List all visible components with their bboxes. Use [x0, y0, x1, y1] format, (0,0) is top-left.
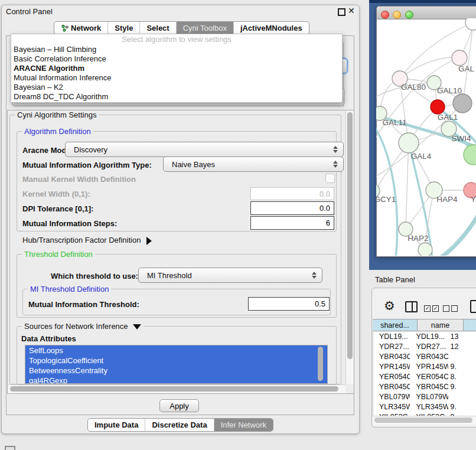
column-header-name[interactable]: name — [418, 319, 464, 331]
float-window-icon[interactable] — [338, 8, 345, 16]
tab-discretize-data[interactable]: Discretize Data — [145, 419, 213, 431]
tab-label: Network — [71, 24, 101, 32]
close-icon[interactable]: ✕ — [348, 6, 355, 15]
mi-threshold-field[interactable] — [248, 297, 330, 311]
settings-hscroll-thumb[interactable] — [10, 386, 338, 392]
table-cell: YPR145W — [373, 362, 410, 372]
partial-toolbar-icon[interactable] — [470, 300, 476, 313]
mi-steps-field[interactable] — [250, 216, 334, 230]
network-node-gal4[interactable] — [399, 133, 419, 153]
network-edge[interactable] — [430, 215, 476, 256]
kernel-width-field[interactable] — [250, 187, 334, 200]
network-svg[interactable]: GALGAL80GAL10GAL1GAL11SWI4GAL4GCY1HAP4YH… — [376, 18, 476, 256]
mi-threshold-definition-title: MI Threshold Definition — [28, 285, 111, 294]
node-label-swi4: SWI4 — [451, 134, 471, 143]
attribute-item-gal4rgexp[interactable]: gal4RGexp — [25, 376, 327, 384]
attribute-item-selfloops[interactable]: SelfLoops — [25, 345, 327, 356]
table-settings-gear-icon[interactable]: ⚙ — [384, 299, 395, 312]
network-node-gray-node[interactable] — [453, 94, 472, 113]
list-vscroll-thumb[interactable] — [318, 347, 323, 381]
algorithm-option-mutual-information-inference[interactable]: Mutual Information Inference — [11, 73, 342, 83]
which-threshold-label: Which threshold to use: — [51, 272, 138, 281]
table-row[interactable]: YBL079WYBL079W — [373, 392, 476, 402]
attribute-item-betweennesscentrality[interactable]: BetweennessCentrality — [25, 366, 327, 376]
algorithm-option-bayesian-hill-climbing[interactable]: Bayesian – Hill Climbing — [11, 45, 342, 54]
table-row[interactable]: YBR043CYBR043C — [373, 352, 476, 362]
table-row[interactable]: YDR27...YDR27...12 — [373, 342, 476, 352]
table-row[interactable]: YLR345WYLR345W9. — [373, 402, 476, 412]
algorithm-option-aracne-algorithm[interactable]: ARACNE Algorithm — [11, 64, 342, 73]
node-label-gcy1: GCY1 — [376, 195, 396, 204]
hub-tf-definition-toggle[interactable]: Hub/Transcription Factor Definition — [22, 236, 152, 245]
column-header-shared[interactable]: shared... — [373, 319, 418, 331]
table-cell: 9. — [448, 362, 476, 372]
dpi-tolerance-field[interactable] — [250, 201, 334, 215]
algorithm-option-basic-correlation-inference[interactable]: Basic Correlation Inference — [11, 54, 342, 64]
algorithm-definition-title: Algorithm Definition — [22, 127, 93, 136]
network-window-titlebar[interactable] — [377, 6, 476, 19]
table-row[interactable]: YPR145WYPR145W9. — [373, 362, 476, 372]
table-cell: YDL19... — [373, 332, 410, 342]
zoom-traffic-light-icon[interactable] — [405, 11, 413, 19]
settings-vertical-scrollbar[interactable] — [345, 110, 354, 384]
table-header-row: shared...name — [373, 319, 476, 332]
tab-infer-network[interactable]: Infer Network — [214, 419, 273, 431]
table-row[interactable]: YDL19...YDL19...13 — [373, 332, 476, 342]
settings-horizontal-scrollbar[interactable] — [8, 384, 345, 393]
tab-jactivemnodules[interactable]: jActiveMNodules — [233, 22, 309, 34]
minimize-traffic-light-icon[interactable] — [393, 11, 401, 19]
algorithm-dropdown-list: Bayesian – Hill ClimbingBasic Correlatio… — [11, 45, 342, 102]
manual-kernel-label: Manual Kernel Width Definition — [22, 175, 136, 184]
mi-type-combo[interactable]: Naive Bayes — [163, 156, 344, 172]
column-header-2[interactable] — [464, 319, 476, 331]
table-cell: YBL079W — [410, 392, 448, 402]
data-attributes-label: Data Attributes — [21, 334, 76, 343]
table-horizontal-scrollbar[interactable] — [373, 416, 476, 425]
algorithm-option-dream8-dc-tdc-algorithm[interactable]: Dream8 DC_TDC Algorithm — [11, 92, 342, 102]
deselect-all-checkboxes-icon[interactable] — [443, 303, 458, 314]
algorithm-dropdown: Select algorithm to view settings Bayesi… — [11, 34, 343, 103]
algorithm-option-bayesian-k2[interactable]: Bayesian – K2 — [11, 83, 342, 92]
table-hscroll-thumb[interactable] — [374, 418, 472, 423]
table-cell: 9. — [448, 382, 476, 392]
attribute-item-topologicalcoefficient[interactable]: TopologicalCoefficient — [25, 356, 327, 366]
table-cell: YLR345W — [373, 402, 410, 412]
network-node-bottom-green[interactable] — [418, 243, 432, 256]
table-cell: YBL079W — [373, 392, 410, 402]
network-node-green-big[interactable] — [464, 145, 476, 165]
tab-cyni-toolbox[interactable]: Cyni Toolbox — [176, 22, 233, 34]
combo-stepper-icon — [333, 146, 338, 153]
dock-window-icon[interactable] — [5, 446, 15, 450]
network-node-gal-cut[interactable] — [452, 50, 467, 66]
select-all-checkboxes-icon[interactable]: ✓✓ — [424, 303, 439, 314]
data-attributes-list[interactable]: SelfLoopsTopologicalCoefficientBetweenne… — [25, 345, 328, 384]
tab-style[interactable]: Style — [107, 22, 139, 34]
table-row[interactable]: YER054CYER054C8. — [373, 372, 476, 382]
kernel-width-label: Kernel Width (0,1): — [22, 190, 90, 198]
table-cell: YER054C — [410, 372, 448, 382]
aracne-mode-combo[interactable]: Discovery — [65, 142, 344, 157]
tab-impute-data[interactable]: Impute Data — [88, 419, 145, 431]
bottom-tabbar: Impute DataDiscretize DataInfer Network — [87, 418, 273, 432]
node-label-salmon: Y — [471, 195, 476, 204]
table-cell: YBR045C — [373, 382, 410, 392]
tab-select[interactable]: Select — [139, 22, 175, 34]
network-node-top-partial[interactable] — [465, 18, 476, 30]
list-vertical-scrollbar[interactable] — [317, 346, 324, 381]
node-label-gal-cut: GAL — [458, 64, 475, 73]
manual-kernel-checkbox[interactable] — [325, 174, 335, 183]
collapsed-arrow-icon — [146, 237, 152, 245]
threshold-definition-title: Threshold Definition — [22, 250, 95, 259]
table-row[interactable]: YBR045CYBR045C9. — [373, 382, 476, 392]
apply-button[interactable]: Apply — [159, 399, 199, 412]
node-label-hap4: HAP4 — [436, 195, 458, 204]
sources-group-title[interactable]: Sources for Network Inference — [22, 322, 144, 331]
table-cell: YER054C — [373, 372, 410, 382]
settings-vscroll-thumb[interactable] — [347, 112, 353, 359]
which-threshold-combo[interactable]: MI Threshold — [138, 268, 322, 283]
column-layout-icon[interactable] — [405, 301, 418, 312]
close-traffic-light-icon[interactable] — [381, 11, 389, 19]
cyni-settings-group-title: Cyni Algorithm Settings — [15, 110, 99, 119]
network-node-gal1[interactable] — [431, 100, 445, 114]
tab-network[interactable]: Network — [54, 22, 107, 34]
